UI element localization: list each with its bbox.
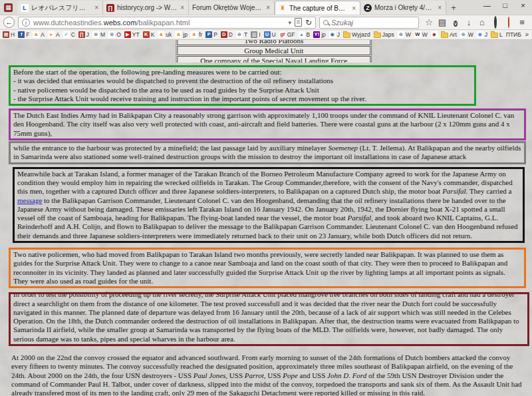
pocket-glyph: ∨ — [454, 21, 458, 27]
tab-strip: Lレオパレスフリージア(202...×∏historycy.org -> Wyj… — [17, 1, 446, 15]
favicon: ▦ — [3, 31, 9, 38]
pocket-icon[interactable]: ∨ — [449, 17, 462, 28]
home-icon[interactable]: ⌂ — [475, 17, 489, 27]
bookmark-item[interactable]: gfGF — [279, 31, 295, 38]
bookmark-item[interactable]: afr — [191, 31, 202, 38]
leopalace-favicon: L — [21, 4, 29, 12]
bookmark-item[interactable]: PP — [205, 31, 217, 38]
tab-close-icon[interactable]: × — [351, 5, 356, 12]
bookmark-item[interactable]: ⊕W — [398, 31, 411, 38]
bookmark-item[interactable]: ⊕W — [460, 31, 473, 38]
chevron-down-icon[interactable]: ▾ — [288, 19, 291, 26]
tab-close-icon[interactable]: × — [180, 4, 185, 11]
minimize-button[interactable]: — — [478, 0, 496, 12]
tab-close-icon[interactable]: × — [94, 4, 99, 11]
bookmark-item[interactable]: ▦H — [3, 31, 15, 38]
bookmark-item[interactable]: ⊕T — [236, 31, 247, 38]
bookmark-label: W — [468, 31, 473, 38]
bookmarks-overflow-chevron[interactable]: » — [523, 30, 531, 39]
favicon: K — [143, 31, 150, 38]
tab-2[interactable]: ∏historycy.org -> Wyjazd× — [103, 1, 189, 15]
bookmark-item[interactable]: L — [491, 31, 503, 38]
tab-close-icon[interactable]: × — [265, 4, 271, 11]
bookmark-item[interactable]: Japs — [374, 31, 394, 38]
bookmark-item[interactable]: ∏J — [78, 31, 89, 38]
pinned-tab-icon[interactable]: ▦ — [4, 3, 13, 12]
favicon: Y! — [313, 31, 320, 38]
tab-3[interactable]: Forum Okrętów Wojennych +...× — [189, 1, 275, 15]
bookmark-item[interactable]: Art — [441, 31, 457, 38]
bookmark-item[interactable]: DD — [221, 31, 233, 38]
bookmark-item[interactable]: ⊕M — [92, 31, 105, 38]
bookmark-label: fr — [199, 31, 202, 38]
maximize-button[interactable]: □ — [496, 0, 514, 12]
refresh-icon[interactable]: ↻ — [305, 18, 312, 27]
new-tab-button[interactable]: + — [446, 3, 461, 13]
bookmark-label: J — [337, 31, 340, 38]
search-icon — [323, 20, 329, 25]
favicon: a — [191, 31, 198, 38]
tab-title: Morza i Okręty 4/2016 - Z... — [374, 4, 434, 11]
bookmark-item[interactable]: ▥I — [251, 31, 260, 38]
bookmark-item[interactable]: ✓C — [63, 31, 75, 38]
bookmark-item[interactable]: ◉J — [329, 31, 340, 38]
folder-icon — [441, 33, 448, 38]
bookmark-label: J — [485, 31, 487, 38]
back-button[interactable]: ← — [3, 17, 15, 28]
favicon: W — [414, 31, 421, 38]
addon-icon[interactable] — [502, 17, 515, 27]
bookmark-item[interactable]: fF — [18, 31, 29, 38]
tab-title: historycy.org -> Wyjazd — [117, 4, 177, 11]
text-segment: John D. Ford — [327, 371, 366, 379]
close-window-button[interactable]: × — [514, 0, 532, 12]
bookmark-item[interactable]: ⊕O — [108, 31, 121, 38]
tab-1[interactable]: Lレオパレスフリージア(202...× — [17, 1, 103, 15]
tab-close-icon[interactable]: × — [437, 4, 442, 11]
url-bar[interactable]: i www.dutcheastindies.webs.com/balikpapa… — [18, 17, 316, 29]
bookmark-item[interactable]: ajp — [175, 31, 188, 38]
favicon: ▥ — [251, 31, 257, 38]
text-segment: Paul Jones — [194, 371, 226, 379]
bookmark-item[interactable]: Y!jp — [313, 31, 326, 38]
bookmark-item[interactable]: UU — [264, 31, 276, 38]
bookmark-label: T — [244, 31, 247, 38]
toolbar-icons: ☆ ▤ ∨ ↓ ⌂ ≡ — [422, 17, 529, 28]
pre-landing-box: Before the start of the operation, the f… — [9, 65, 476, 106]
bookmark-item[interactable]: ◉J — [477, 31, 487, 38]
bookmark-item[interactable]: WW — [414, 31, 428, 38]
text-segment: and USS — [298, 371, 327, 379]
reader-mode-icon[interactable] — [295, 18, 302, 27]
bookmark-item[interactable]: auk — [158, 31, 172, 38]
orange-ball-glyph — [508, 17, 509, 28]
tab-5[interactable]: ZMorza i Okręty 4/2016 - Z...× — [360, 1, 446, 15]
text-segment: Parsifal — [442, 187, 466, 195]
river-test-box: In order to test the possibility of proc… — [9, 292, 529, 346]
hello-icon[interactable] — [489, 17, 502, 27]
bookmark-item[interactable]: ▸A — [48, 31, 60, 38]
search-input[interactable] — [331, 19, 415, 27]
bookmark-item[interactable]: Wyjazd — [343, 31, 370, 38]
favicon: f — [18, 31, 25, 38]
table-row: One company of the Special Naval Landing… — [177, 56, 370, 63]
bookmark-label: J — [86, 31, 89, 38]
bookmark-item[interactable]: ▴B — [299, 31, 311, 38]
favicon: ⊕ — [460, 31, 467, 38]
library-icon[interactable]: ▤ — [436, 17, 449, 27]
bookmark-item[interactable]: ◆ — [431, 31, 438, 38]
bookmark-item[interactable]: ▶YT — [124, 31, 140, 38]
favicon: a — [158, 31, 164, 38]
star-icon[interactable]: ☆ — [422, 17, 436, 27]
bookmark-item[interactable]: KK — [143, 31, 155, 38]
favicon: ◉ — [477, 31, 483, 38]
message-link[interactable]: message — [17, 196, 42, 204]
download-icon[interactable]: ↓ — [462, 17, 475, 27]
search-bar[interactable] — [319, 17, 419, 29]
garrison-box: The Dutch East Indies Army had in Balikp… — [9, 108, 526, 140]
url-text[interactable]: www.dutcheastindies.webs.com/balikpapan.… — [33, 19, 285, 27]
bookmarks-items: ▦HfFaA▸A✓C∏J⊕M⊕O▶YTKKaukajpafrPPDD⊕T▥IUU… — [3, 31, 529, 38]
page-info-icon[interactable]: i — [22, 19, 30, 27]
bookmark-label: I — [259, 31, 260, 38]
bookmark-item[interactable]: aA — [33, 31, 45, 38]
tab-4[interactable]: ♜The capture of Balikpapa...× — [275, 1, 360, 15]
menu-icon[interactable]: ≡ — [515, 17, 529, 27]
